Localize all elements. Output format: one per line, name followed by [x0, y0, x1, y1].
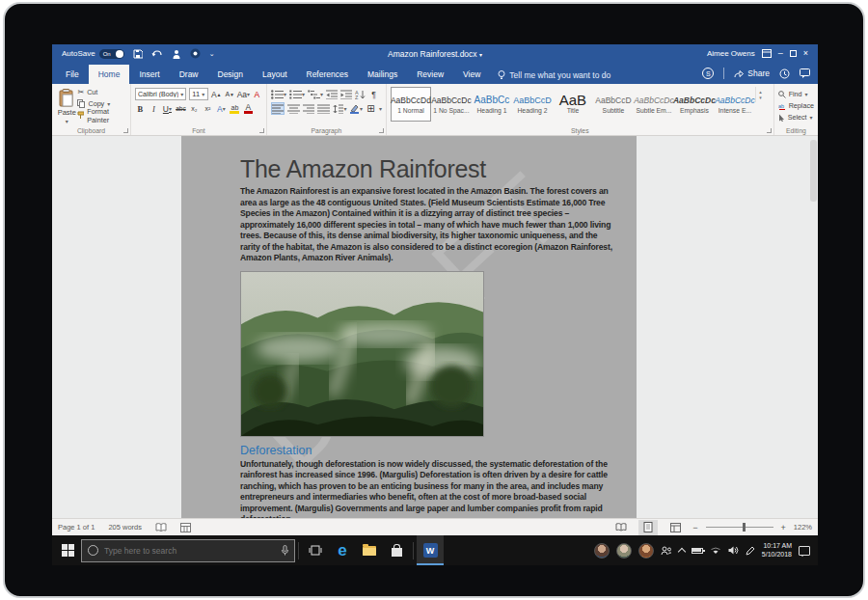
- tab-insert[interactable]: Insert: [129, 65, 169, 84]
- highlight-button[interactable]: ab: [230, 102, 240, 115]
- select-button[interactable]: Select ▾: [778, 112, 814, 123]
- save-icon[interactable]: [133, 49, 143, 59]
- taskbar-clock[interactable]: 10:17 AM 5/10/2018: [762, 542, 792, 559]
- subscript-button[interactable]: x₂: [189, 102, 200, 115]
- style-heading1[interactable]: AaBbCc Heading 1: [472, 87, 512, 122]
- people-avatar-2[interactable]: [616, 543, 632, 559]
- autosave-control[interactable]: AutoSave On: [62, 49, 124, 59]
- microsoft-store-icon[interactable]: [383, 535, 410, 565]
- bullet-list-icon[interactable]: ▾: [271, 88, 286, 100]
- print-layout-icon[interactable]: [638, 520, 658, 535]
- tab-file[interactable]: File: [56, 65, 89, 84]
- line-spacing-icon[interactable]: ▾: [333, 102, 346, 115]
- change-case-button[interactable]: Aa▾: [238, 88, 249, 100]
- macro-recording-icon[interactable]: [180, 523, 191, 532]
- restore-button[interactable]: [790, 50, 797, 57]
- task-view-icon[interactable]: [302, 535, 329, 565]
- autosave-toggle[interactable]: On: [99, 49, 124, 59]
- web-layout-icon[interactable]: [665, 520, 685, 535]
- shading-icon[interactable]: ▾: [349, 102, 362, 115]
- battery-icon[interactable]: [692, 548, 703, 554]
- align-right-icon[interactable]: [303, 102, 315, 115]
- tell-me-box[interactable]: Tell me what you want to do: [498, 70, 610, 84]
- styles-dialog-launcher[interactable]: [767, 128, 772, 133]
- document-title[interactable]: Amazon Rainforest.docx ▾: [388, 49, 482, 59]
- font-name-combo[interactable]: Calibri (Body) ▾: [135, 88, 186, 100]
- zoom-level[interactable]: 122%: [794, 523, 812, 532]
- paste-button[interactable]: Paste ▾: [56, 87, 77, 124]
- scrollbar-thumb[interactable]: [810, 140, 817, 202]
- text-effects-button[interactable]: A▾: [216, 102, 227, 115]
- zoom-slider-thumb[interactable]: [743, 523, 746, 532]
- tab-layout[interactable]: Layout: [253, 65, 297, 84]
- grow-font-button[interactable]: A▲: [211, 88, 222, 100]
- tab-review[interactable]: Review: [407, 65, 453, 84]
- strikethrough-button[interactable]: abc: [176, 102, 186, 115]
- rainforest-photo[interactable]: [240, 271, 484, 437]
- multilevel-list-icon[interactable]: ▾: [308, 88, 323, 100]
- justify-icon[interactable]: [317, 102, 330, 115]
- zoom-slider[interactable]: [706, 527, 773, 528]
- volume-icon[interactable]: [728, 546, 739, 555]
- taskbar-search[interactable]: [81, 539, 295, 562]
- tab-mailings[interactable]: Mailings: [358, 65, 407, 84]
- edge-icon[interactable]: e: [329, 535, 356, 565]
- file-explorer-icon[interactable]: [356, 535, 383, 565]
- start-button[interactable]: [56, 535, 79, 565]
- style-heading2[interactable]: AaBbCcD Heading 2: [512, 87, 553, 122]
- zoom-in-button[interactable]: +: [781, 523, 786, 532]
- comments-icon[interactable]: [800, 68, 810, 78]
- decrease-indent-icon[interactable]: [326, 88, 338, 100]
- align-center-icon[interactable]: [287, 102, 300, 115]
- paragraph-dialog-launcher[interactable]: [379, 128, 384, 133]
- numbered-list-icon[interactable]: ▾: [289, 88, 305, 100]
- find-button[interactable]: Find ▾: [778, 89, 814, 99]
- people-bar-icon[interactable]: [661, 546, 672, 556]
- tab-draw[interactable]: Draw: [170, 65, 208, 84]
- proofing-icon[interactable]: [155, 523, 167, 532]
- style-no-spacing[interactable]: AaBbCcDc 1 No Spac...: [431, 87, 472, 122]
- word-taskbar-icon[interactable]: W: [417, 535, 444, 565]
- font-dialog-launcher[interactable]: [259, 128, 264, 133]
- tab-view[interactable]: View: [453, 65, 490, 84]
- clipboard-dialog-launcher[interactable]: [123, 128, 128, 133]
- style-title[interactable]: AaB Title: [553, 87, 593, 122]
- people-avatar-3[interactable]: [638, 543, 654, 559]
- vertical-scrollbar[interactable]: [810, 140, 817, 518]
- cut-button[interactable]: ✂ Cut: [77, 87, 126, 97]
- show-paragraph-marks-icon[interactable]: ¶: [368, 88, 379, 100]
- tab-references[interactable]: References: [297, 65, 358, 84]
- account-user-name[interactable]: Aimee Owens: [707, 49, 755, 58]
- tab-design[interactable]: Design: [208, 65, 253, 84]
- align-left-icon[interactable]: [271, 102, 285, 115]
- format-painter-button[interactable]: Format Painter: [77, 110, 126, 121]
- action-center-icon[interactable]: [799, 546, 810, 556]
- tab-home[interactable]: Home: [89, 65, 130, 84]
- style-normal[interactable]: AaBbCcDd 1 Normal: [391, 87, 431, 122]
- touch-mouse-mode-icon[interactable]: [172, 49, 181, 59]
- people-avatar-1[interactable]: [594, 543, 610, 559]
- customize-qat-icon[interactable]: ⌄: [209, 50, 215, 58]
- sort-icon[interactable]: AZ: [355, 88, 366, 100]
- pen-icon[interactable]: [746, 546, 755, 556]
- borders-icon[interactable]: ⊞: [366, 102, 376, 115]
- style-intense-emphasis[interactable]: AaBbCcDc Intense E...: [715, 87, 755, 122]
- presence-circle-icon[interactable]: [190, 48, 201, 59]
- skype-icon[interactable]: S: [702, 68, 714, 79]
- superscript-button[interactable]: x²: [203, 102, 213, 115]
- replace-button[interactable]: ab Replace: [778, 100, 814, 111]
- style-subtle-emphasis[interactable]: AaBbCcDc Subtle Em...: [634, 87, 674, 122]
- wifi-icon[interactable]: [710, 546, 721, 555]
- zoom-out-button[interactable]: −: [692, 523, 697, 532]
- activity-history-icon[interactable]: [779, 68, 790, 79]
- underline-button[interactable]: U▾: [162, 102, 173, 115]
- show-hidden-icons-chevron[interactable]: [678, 548, 686, 556]
- read-mode-icon[interactable]: [611, 520, 631, 535]
- styles-scroll-down-icon[interactable]: ▾: [759, 95, 762, 100]
- microphone-icon[interactable]: [282, 545, 288, 556]
- undo-icon[interactable]: [151, 49, 163, 59]
- search-input[interactable]: [104, 546, 276, 556]
- word-count[interactable]: 205 words: [108, 523, 142, 532]
- font-size-combo[interactable]: 11 ▾: [189, 88, 207, 100]
- minimize-button[interactable]: –: [778, 49, 783, 58]
